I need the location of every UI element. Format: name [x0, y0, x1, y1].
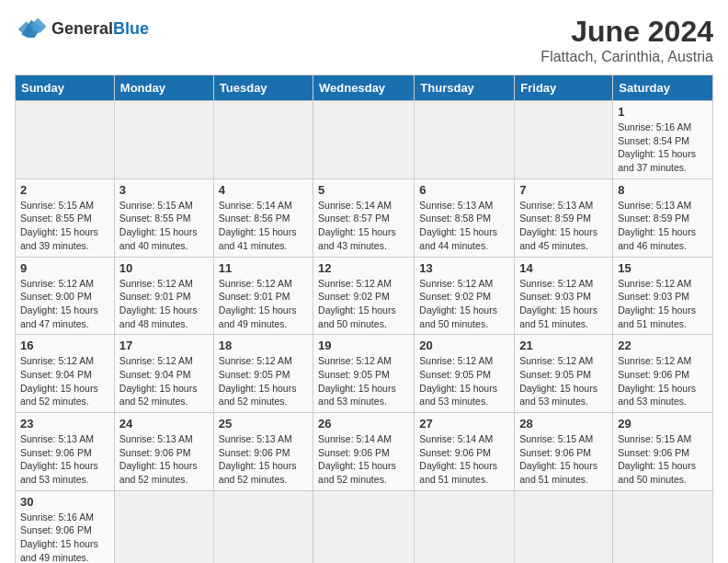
calendar-cell: 8Sunrise: 5:13 AM Sunset: 8:59 PM Daylig…: [613, 178, 713, 257]
day-number: 29: [618, 417, 708, 431]
calendar-row: 30Sunrise: 5:16 AM Sunset: 9:06 PM Dayli…: [16, 490, 713, 563]
calendar-cell: 24Sunrise: 5:13 AM Sunset: 9:06 PM Dayli…: [114, 413, 213, 491]
day-info: Sunrise: 5:15 AM Sunset: 8:55 PM Dayligh…: [119, 199, 209, 253]
calendar-cell: [213, 101, 313, 179]
day-number: 3: [119, 183, 209, 197]
day-number: 7: [519, 183, 608, 197]
calendar-cell: 14Sunrise: 5:12 AM Sunset: 9:03 PM Dayli…: [515, 257, 613, 335]
day-number: 15: [618, 261, 708, 275]
day-number: 26: [318, 417, 409, 431]
page-header: GeneralBlue June 2024 Flattach, Carinthi…: [15, 15, 713, 65]
calendar-cell: 27Sunrise: 5:14 AM Sunset: 9:06 PM Dayli…: [415, 413, 515, 491]
calendar-cell: 18Sunrise: 5:12 AM Sunset: 9:05 PM Dayli…: [213, 335, 313, 413]
calendar-cell: 16Sunrise: 5:12 AM Sunset: 9:04 PM Dayli…: [16, 335, 115, 413]
header-tuesday: Tuesday: [213, 75, 313, 101]
calendar-cell: 19Sunrise: 5:12 AM Sunset: 9:05 PM Dayli…: [313, 335, 415, 413]
day-info: Sunrise: 5:14 AM Sunset: 9:06 PM Dayligh…: [318, 432, 409, 487]
day-info: Sunrise: 5:14 AM Sunset: 8:57 PM Dayligh…: [318, 199, 409, 253]
day-number: 17: [119, 339, 209, 352]
calendar-row: 16Sunrise: 5:12 AM Sunset: 9:04 PM Dayli…: [16, 335, 713, 413]
calendar-cell: 25Sunrise: 5:13 AM Sunset: 9:06 PM Dayli…: [213, 413, 313, 491]
day-number: 30: [20, 495, 109, 509]
calendar-cell: [613, 490, 713, 563]
calendar-row: 1Sunrise: 5:16 AM Sunset: 8:54 PM Daylig…: [16, 101, 713, 179]
calendar-cell: 7Sunrise: 5:13 AM Sunset: 8:59 PM Daylig…: [515, 178, 613, 257]
day-info: Sunrise: 5:12 AM Sunset: 9:06 PM Dayligh…: [618, 354, 708, 408]
calendar-cell: 10Sunrise: 5:12 AM Sunset: 9:01 PM Dayli…: [114, 257, 213, 335]
calendar-location: Flattach, Carinthia, Austria: [540, 49, 713, 65]
calendar-cell: 15Sunrise: 5:12 AM Sunset: 9:03 PM Dayli…: [613, 257, 713, 335]
calendar-title-block: June 2024 Flattach, Carinthia, Austria: [540, 15, 713, 65]
calendar-cell: [114, 101, 213, 179]
day-number: 19: [318, 339, 409, 352]
calendar-cell: 3Sunrise: 5:15 AM Sunset: 8:55 PM Daylig…: [114, 178, 213, 257]
header-wednesday: Wednesday: [313, 75, 415, 101]
day-number: 20: [419, 339, 509, 352]
day-info: Sunrise: 5:12 AM Sunset: 9:00 PM Dayligh…: [20, 277, 109, 331]
header-saturday: Saturday: [613, 75, 713, 101]
day-info: Sunrise: 5:13 AM Sunset: 9:06 PM Dayligh…: [219, 432, 308, 487]
calendar-cell: 21Sunrise: 5:12 AM Sunset: 9:05 PM Dayli…: [515, 335, 613, 413]
calendar-cell: [313, 490, 415, 563]
day-number: 28: [519, 417, 608, 431]
calendar-cell: 28Sunrise: 5:15 AM Sunset: 9:06 PM Dayli…: [515, 413, 613, 491]
day-number: 8: [618, 183, 708, 197]
calendar-cell: [313, 101, 415, 179]
day-info: Sunrise: 5:12 AM Sunset: 9:02 PM Dayligh…: [318, 277, 409, 331]
logo-text: GeneralBlue: [51, 19, 149, 39]
header-monday: Monday: [114, 75, 213, 101]
day-info: Sunrise: 5:16 AM Sunset: 8:54 PM Dayligh…: [618, 121, 708, 175]
day-number: 16: [20, 339, 109, 352]
day-number: 9: [20, 261, 109, 275]
day-number: 4: [219, 183, 308, 197]
calendar-cell: 11Sunrise: 5:12 AM Sunset: 9:01 PM Dayli…: [213, 257, 313, 335]
day-info: Sunrise: 5:14 AM Sunset: 9:06 PM Dayligh…: [419, 432, 509, 487]
calendar-cell: 23Sunrise: 5:13 AM Sunset: 9:06 PM Dayli…: [16, 413, 115, 491]
day-info: Sunrise: 5:15 AM Sunset: 8:55 PM Dayligh…: [20, 199, 109, 253]
calendar-cell: 29Sunrise: 5:15 AM Sunset: 9:06 PM Dayli…: [613, 413, 713, 491]
day-number: 22: [618, 339, 708, 352]
day-info: Sunrise: 5:12 AM Sunset: 9:03 PM Dayligh…: [519, 277, 608, 331]
calendar-cell: 1Sunrise: 5:16 AM Sunset: 8:54 PM Daylig…: [613, 101, 713, 179]
general-blue-logo-icon: [15, 15, 48, 42]
day-number: 11: [219, 261, 308, 275]
day-number: 2: [20, 183, 109, 197]
day-info: Sunrise: 5:15 AM Sunset: 9:06 PM Dayligh…: [618, 432, 708, 487]
header-sunday: Sunday: [16, 75, 115, 101]
calendar-table: Sunday Monday Tuesday Wednesday Thursday…: [15, 75, 713, 563]
calendar-cell: 17Sunrise: 5:12 AM Sunset: 9:04 PM Dayli…: [114, 335, 213, 413]
day-number: 23: [20, 417, 109, 431]
calendar-cell: [16, 101, 115, 179]
header-thursday: Thursday: [415, 75, 515, 101]
day-info: Sunrise: 5:14 AM Sunset: 8:56 PM Dayligh…: [219, 199, 308, 253]
calendar-cell: 22Sunrise: 5:12 AM Sunset: 9:06 PM Dayli…: [613, 335, 713, 413]
day-info: Sunrise: 5:12 AM Sunset: 9:01 PM Dayligh…: [119, 277, 209, 331]
day-info: Sunrise: 5:16 AM Sunset: 9:06 PM Dayligh…: [20, 511, 109, 563]
calendar-cell: 30Sunrise: 5:16 AM Sunset: 9:06 PM Dayli…: [16, 490, 115, 563]
calendar-cell: [515, 490, 613, 563]
day-info: Sunrise: 5:12 AM Sunset: 9:01 PM Dayligh…: [219, 277, 308, 331]
day-number: 18: [219, 339, 308, 352]
day-info: Sunrise: 5:12 AM Sunset: 9:05 PM Dayligh…: [519, 354, 608, 408]
day-number: 5: [318, 183, 409, 197]
day-info: Sunrise: 5:12 AM Sunset: 9:02 PM Dayligh…: [419, 277, 509, 331]
day-number: 27: [419, 417, 509, 431]
day-info: Sunrise: 5:12 AM Sunset: 9:05 PM Dayligh…: [219, 354, 308, 408]
day-number: 12: [318, 261, 409, 275]
day-info: Sunrise: 5:15 AM Sunset: 9:06 PM Dayligh…: [519, 432, 608, 487]
day-number: 13: [419, 261, 509, 275]
calendar-row: 2Sunrise: 5:15 AM Sunset: 8:55 PM Daylig…: [16, 178, 713, 257]
calendar-cell: [213, 490, 313, 563]
calendar-month-year: June 2024: [540, 15, 713, 49]
calendar-cell: 5Sunrise: 5:14 AM Sunset: 8:57 PM Daylig…: [313, 178, 415, 257]
logo: GeneralBlue: [15, 15, 149, 42]
day-info: Sunrise: 5:12 AM Sunset: 9:04 PM Dayligh…: [119, 354, 209, 408]
day-info: Sunrise: 5:13 AM Sunset: 8:59 PM Dayligh…: [519, 199, 608, 253]
day-info: Sunrise: 5:12 AM Sunset: 9:05 PM Dayligh…: [419, 354, 509, 408]
calendar-header-row: Sunday Monday Tuesday Wednesday Thursday…: [16, 75, 713, 101]
day-info: Sunrise: 5:13 AM Sunset: 8:58 PM Dayligh…: [419, 199, 509, 253]
calendar-cell: 9Sunrise: 5:12 AM Sunset: 9:00 PM Daylig…: [16, 257, 115, 335]
day-info: Sunrise: 5:12 AM Sunset: 9:04 PM Dayligh…: [20, 354, 109, 408]
calendar-cell: 26Sunrise: 5:14 AM Sunset: 9:06 PM Dayli…: [313, 413, 415, 491]
day-info: Sunrise: 5:12 AM Sunset: 9:03 PM Dayligh…: [618, 277, 708, 331]
